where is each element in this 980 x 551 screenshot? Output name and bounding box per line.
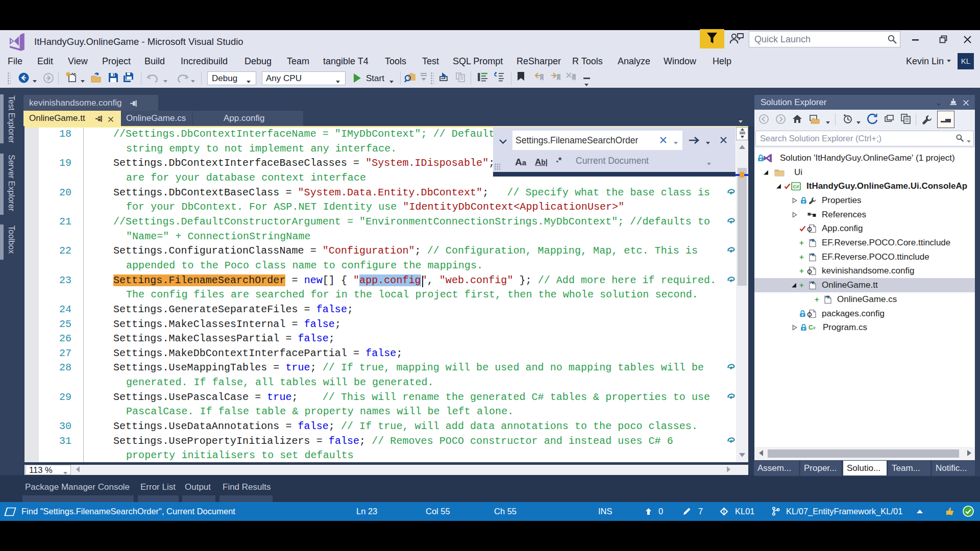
svg-text:C#: C#: [793, 184, 799, 189]
